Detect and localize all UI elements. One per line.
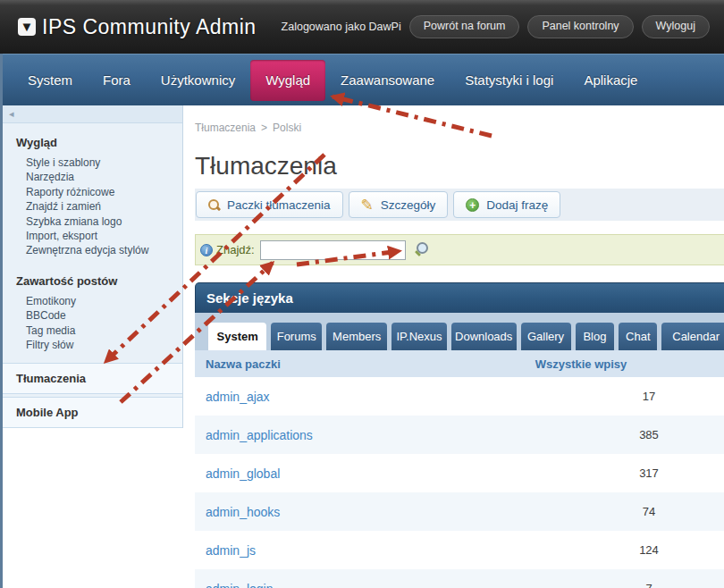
nav-tab-system[interactable]: System: [13, 60, 88, 101]
tab-downloads[interactable]: Downloads: [451, 323, 517, 350]
sidebar-item-znajdz-i-zamien[interactable]: Znajdź i zamień: [26, 199, 182, 214]
nav-tab-aplikacje[interactable]: Aplikacje: [568, 60, 652, 101]
package-link-admin-ajax[interactable]: admin_ajax: [195, 390, 560, 404]
nav-tab-uzytkownicy[interactable]: Użytkownicy: [146, 60, 250, 101]
sidebar-item-narzedzia[interactable]: Narzędzia: [26, 170, 182, 184]
toolbar: Paczki tłumaczenia ✎ Szczegóły + Dodaj f…: [195, 189, 724, 221]
add-phrase-button[interactable]: + Dodaj frazę: [453, 191, 560, 218]
sidebar: ◂ Wygląd Style i szablony Narzędzia Rapo…: [3, 105, 183, 428]
search-icon: [208, 199, 220, 211]
sidebar-item-bbcode[interactable]: BBCode: [26, 308, 182, 323]
entry-count: 124: [560, 543, 724, 557]
package-link-admin-hooks[interactable]: admin_hooks: [195, 505, 560, 519]
info-icon: i: [200, 244, 213, 256]
find-input[interactable]: [260, 240, 406, 260]
sidebar-zawartosc-items: Emotikony BBCode Tag media Filtry słów: [26, 294, 182, 353]
language-tabs: System Forums Members IP.Nexus Downloads…: [195, 313, 724, 350]
package-link-admin-applications[interactable]: admin_applications: [195, 428, 560, 442]
language-sections-panel: Sekcje języka System Forums Members IP.N…: [195, 282, 724, 588]
nav-tab-fora[interactable]: Fora: [88, 60, 146, 101]
sidebar-item-tag-media[interactable]: Tag media: [26, 323, 182, 338]
app-title: IPS Community Admin: [42, 15, 257, 39]
table-row: admin_global 317: [195, 454, 724, 492]
entry-count: 17: [560, 390, 724, 403]
logged-in-as-text: Zalogowano jako DawPi: [282, 21, 401, 33]
sidebar-item-zewnetrzna-edycja[interactable]: Zewnętrzna edycja stylów: [26, 243, 182, 257]
sidebar-section-zawartosc[interactable]: Zawartość postów: [16, 274, 182, 288]
breadcrumb-polski[interactable]: Polski: [273, 122, 301, 134]
sidebar-item-import-eksport[interactable]: Import, eksport: [26, 229, 182, 243]
table-row: admin_applications 385: [195, 416, 724, 454]
main-nav: System Fora Użytkownicy Wygląd Zaawansow…: [0, 54, 724, 105]
nav-tab-wyglad[interactable]: Wygląd: [250, 60, 325, 101]
tab-calendar[interactable]: Calendar: [661, 323, 724, 350]
translation-packs-label: Paczki tłumaczenia: [227, 198, 331, 212]
breadcrumb: Tłumaczenia>Polski: [195, 122, 724, 134]
sidebar-item-szybka-zmiana-logo[interactable]: Szybka zmiana logo: [26, 214, 182, 229]
entry-count: 7: [560, 582, 724, 588]
pencil-icon: ✎: [361, 197, 374, 213]
tab-gallery[interactable]: Gallery: [521, 323, 571, 350]
add-phrase-label: Dodaj frazę: [486, 198, 548, 212]
tab-forums[interactable]: Forums: [271, 323, 322, 350]
table-row: admin_hooks 74: [195, 492, 724, 531]
sidebar-section-mobile-app[interactable]: Mobile App: [3, 397, 182, 428]
logout-button[interactable]: Wyloguj: [642, 15, 710, 38]
tab-members[interactable]: Members: [326, 323, 387, 350]
tab-ipnexus[interactable]: IP.Nexus: [391, 323, 447, 350]
package-link-admin-global[interactable]: admin_global: [195, 466, 560, 481]
entry-count: 385: [560, 428, 724, 441]
main-content: Tłumaczenia>Polski Tłumaczenia Paczki tł…: [195, 105, 724, 588]
breadcrumb-tlumaczenia[interactable]: Tłumaczenia: [195, 122, 256, 134]
tab-blog[interactable]: Blog: [576, 323, 615, 350]
table-row: admin_login 7: [195, 569, 724, 588]
column-header-nazwa-paczki: Nazwa paczki: [195, 357, 492, 371]
ips-logo-icon: ▼: [18, 18, 36, 36]
nav-tab-zaawansowane[interactable]: Zaawansowane: [325, 60, 450, 101]
column-header-wszystkie-wpisy: Wszystkie wpisy: [492, 357, 670, 371]
table-row: admin_ajax 17: [195, 377, 724, 416]
entry-count: 74: [560, 505, 724, 518]
details-label: Szczegóły: [381, 198, 436, 212]
admin-top-bar: ▼ IPS Community Admin Zalogowano jako Da…: [0, 0, 724, 54]
translation-packs-button[interactable]: Paczki tłumaczenia: [196, 191, 343, 218]
breadcrumb-separator: >: [261, 122, 267, 134]
page-title: Tłumaczenia: [195, 152, 724, 181]
find-filter-bar: i Znajdź:: [195, 234, 724, 265]
control-panel-button[interactable]: Panel kontrolny: [527, 15, 633, 38]
package-link-admin-login[interactable]: admin_login: [195, 582, 560, 588]
sidebar-section-wyglad[interactable]: Wygląd: [16, 136, 182, 149]
tab-chat[interactable]: Chat: [619, 323, 657, 350]
sidebar-section-tlumaczenia[interactable]: Tłumaczenia: [3, 363, 182, 394]
sidebar-item-raporty-roznicowe[interactable]: Raporty różnicowe: [26, 185, 182, 199]
sidebar-item-filtry-slow[interactable]: Filtry słów: [26, 338, 182, 352]
add-icon: +: [466, 198, 479, 212]
tab-system[interactable]: System: [208, 323, 266, 350]
sidebar-collapse-strip: ◂: [3, 105, 182, 123]
sidebar-wyglad-items: Style i szablony Narzędzia Raporty różni…: [26, 155, 182, 258]
table-header-row: Nazwa paczki Wszystkie wpisy: [195, 350, 724, 377]
sidebar-item-style-i-szablony[interactable]: Style i szablony: [26, 155, 182, 170]
table-row: admin_js 124: [195, 531, 724, 569]
sidebar-item-emotikony[interactable]: Emotikony: [26, 294, 182, 308]
nav-tab-statystyki[interactable]: Statystyki i logi: [450, 60, 568, 101]
package-link-admin-js[interactable]: admin_js: [195, 543, 560, 558]
find-label: Znajdź:: [216, 243, 255, 256]
find-search-icon[interactable]: [414, 242, 429, 257]
back-to-forum-button[interactable]: Powrót na forum: [409, 15, 520, 38]
collapse-sidebar-icon[interactable]: ◂: [9, 109, 14, 119]
entry-count: 317: [560, 466, 724, 480]
details-button[interactable]: ✎ Szczegóły: [349, 191, 449, 218]
panel-title: Sekcje języka: [195, 282, 724, 313]
